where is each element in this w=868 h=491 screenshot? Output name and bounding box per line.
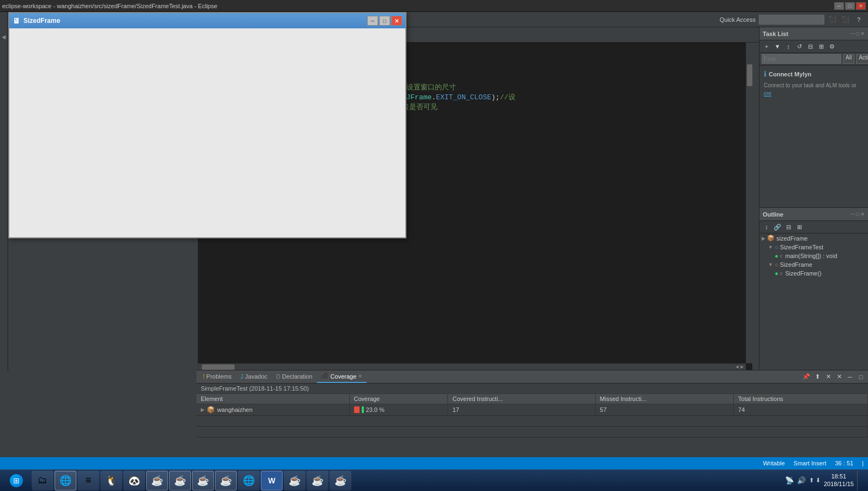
- task-filter-btn[interactable]: ▼: [773, 41, 782, 51]
- row-expand-icon[interactable]: ▶: [201, 407, 205, 412]
- task-list-maximize[interactable]: □: [856, 31, 859, 37]
- show-desktop-btn[interactable]: [857, 471, 864, 490]
- table-row-empty-1: [196, 416, 868, 427]
- constructor-icon: ●: [775, 270, 779, 277]
- outline-sort-btn[interactable]: ↕: [762, 222, 771, 232]
- outline-method-label: main(String[]) : void: [785, 253, 837, 259]
- problems-icon: !: [203, 373, 205, 380]
- info-icon: ℹ: [764, 70, 767, 78]
- sized-frame-titlebar: 🖥 SizedFrame ─ □ ✕: [9, 13, 405, 28]
- outline-item-class1[interactable]: ▼ ○ SizedFrameTest: [759, 243, 868, 252]
- minimize-button[interactable]: ─: [834, 2, 844, 10]
- toolbar-icon-2[interactable]: ⬛: [841, 15, 851, 25]
- taskbar-ie[interactable]: 🌐: [238, 471, 260, 490]
- taskbar-java-3[interactable]: ☕: [192, 471, 214, 490]
- status-separator: |: [862, 460, 864, 466]
- taskbar-java-2[interactable]: ☕: [169, 471, 191, 490]
- status-writable: Writable: [763, 460, 785, 466]
- tab-declaration-label: Declaration: [282, 373, 313, 380]
- maximize-button[interactable]: □: [845, 2, 855, 10]
- class-icon: ○: [775, 244, 779, 250]
- help-icon[interactable]: ?: [854, 15, 864, 25]
- coverage-tab-close[interactable]: ✕: [358, 373, 362, 379]
- class-icon-2: ○: [775, 261, 779, 268]
- cell-element-text: wanghaizhen: [217, 406, 253, 413]
- taskbar-time[interactable]: 18:51 2018/11/15: [824, 473, 854, 487]
- taskbar-java-4[interactable]: ☕: [215, 471, 237, 490]
- bottom-close-btn[interactable]: ✕: [823, 372, 833, 382]
- col-total: Total Instructions: [734, 394, 868, 404]
- taskbar-chrome[interactable]: 🌐: [55, 471, 76, 490]
- time-display: 18:51: [824, 473, 854, 480]
- outline-collapse-btn[interactable]: ⊟: [783, 222, 793, 232]
- horizontal-scrollbar[interactable]: ◀ ▶: [196, 363, 746, 370]
- cell-element: ▶ 📦 wanghaizhen: [196, 404, 349, 416]
- tab-coverage[interactable]: ⬛ Coverage ✕: [317, 370, 367, 383]
- tab-problems[interactable]: ! Problems: [199, 370, 236, 383]
- task-list-header-controls: ─ □ ✕: [851, 31, 865, 37]
- sized-frame-maximize[interactable]: □: [379, 16, 390, 26]
- bottom-minimize-btn[interactable]: ─: [845, 372, 855, 382]
- task-refresh-btn[interactable]: ↺: [794, 41, 804, 51]
- connect-link[interactable]: cre: [764, 91, 771, 97]
- taskbar-network-icon[interactable]: 📡: [785, 476, 794, 484]
- taskbar-java-6[interactable]: ☕: [307, 471, 328, 490]
- outline-link-btn[interactable]: 🔗: [773, 222, 782, 232]
- tab-javadoc[interactable]: J Javadoc: [236, 370, 272, 383]
- task-new-btn[interactable]: +: [762, 41, 771, 51]
- outline-item-package[interactable]: ▶ 📦 sizedFrame: [759, 233, 868, 243]
- task-settings-btn[interactable]: ⚙: [827, 41, 837, 51]
- task-find-input[interactable]: [762, 54, 841, 64]
- scroll-arrow-right[interactable]: ▶: [741, 364, 744, 370]
- start-button[interactable]: ⊞: [2, 471, 31, 490]
- taskbar-java-1[interactable]: ☕: [146, 471, 168, 490]
- outline-item-method1[interactable]: ● c main(String[]) : void: [759, 252, 868, 260]
- status-position: 36 : 51: [835, 460, 854, 466]
- sized-frame-content: [9, 28, 405, 237]
- outline-item-constructor[interactable]: ● c SizedFrame(): [759, 269, 868, 278]
- taskbar-file-explorer[interactable]: 🗂: [32, 471, 53, 490]
- taskbar-java-5[interactable]: ☕: [284, 471, 306, 490]
- outline-expand-btn[interactable]: ⊞: [794, 222, 804, 232]
- task-activate-btn[interactable]: Activate...: [856, 54, 868, 64]
- status-bar: Writable Smart Insert 36 : 51 |: [0, 457, 868, 469]
- outline-title: Outline: [763, 211, 783, 218]
- sized-frame-minimize[interactable]: ─: [367, 16, 378, 26]
- taskbar-word[interactable]: W: [261, 471, 283, 490]
- task-sort-btn[interactable]: ↕: [783, 41, 793, 51]
- outline-maximize[interactable]: □: [856, 211, 859, 217]
- windows-logo: ⊞: [13, 476, 20, 485]
- bottom-export-btn[interactable]: ⬆: [812, 372, 822, 382]
- task-list-minimize[interactable]: ─: [851, 31, 855, 37]
- task-expand-btn[interactable]: ⊞: [816, 41, 826, 51]
- taskbar-panda[interactable]: 🐼: [123, 471, 145, 490]
- task-all-btn[interactable]: All: [843, 54, 854, 64]
- sized-frame-close[interactable]: ✕: [391, 16, 402, 26]
- coverage-bar-red: [354, 406, 360, 413]
- taskbar-item-1[interactable]: ≡: [77, 471, 99, 490]
- taskbar-volume-icon[interactable]: 🔊: [797, 476, 806, 484]
- tab-declaration[interactable]: D Declaration: [272, 370, 317, 383]
- taskbar-qq[interactable]: 🐧: [100, 471, 122, 490]
- task-list-close-icon[interactable]: ✕: [860, 31, 865, 37]
- quick-access-input[interactable]: [759, 15, 824, 25]
- taskbar-java-7[interactable]: ☕: [330, 471, 351, 490]
- col-covered: Covered Instructi...: [448, 394, 595, 404]
- task-collapse-btn[interactable]: ⊟: [805, 41, 815, 51]
- outline-close[interactable]: ✕: [860, 211, 865, 217]
- eclipse-title-bar: eclipse-workspace - wanghaizhen/src/size…: [0, 0, 868, 12]
- toolbar-icon-1[interactable]: ⬛: [828, 15, 837, 25]
- task-list-toolbar: + ▼ ↕ ↺ ⊟ ⊞ ⚙: [759, 40, 868, 53]
- outline-minimize[interactable]: ─: [851, 211, 855, 217]
- coverage-table: Element Coverage Covered Instructi... Mi…: [196, 394, 868, 438]
- bottom-pin-btn[interactable]: 📌: [801, 372, 811, 382]
- outline-item-class2[interactable]: ▼ ○ SizedFrame: [759, 260, 868, 269]
- connect-text: Connect to your task and ALM tools or: [764, 82, 857, 88]
- cell-coverage: 23.0 %: [349, 404, 448, 416]
- bottom-maximize-btn[interactable]: □: [856, 372, 866, 382]
- scroll-arrow-left[interactable]: ◀: [735, 364, 738, 370]
- outline-panel: Outline ─ □ ✕ ↕ 🔗 ⊟ ⊞ ▶ 📦 sizedFrame ▼ ○…: [759, 207, 868, 370]
- bottom-collapse-btn[interactable]: ✕: [834, 372, 844, 382]
- vertical-scrollbar[interactable]: [746, 43, 752, 363]
- close-button[interactable]: ✕: [856, 2, 866, 10]
